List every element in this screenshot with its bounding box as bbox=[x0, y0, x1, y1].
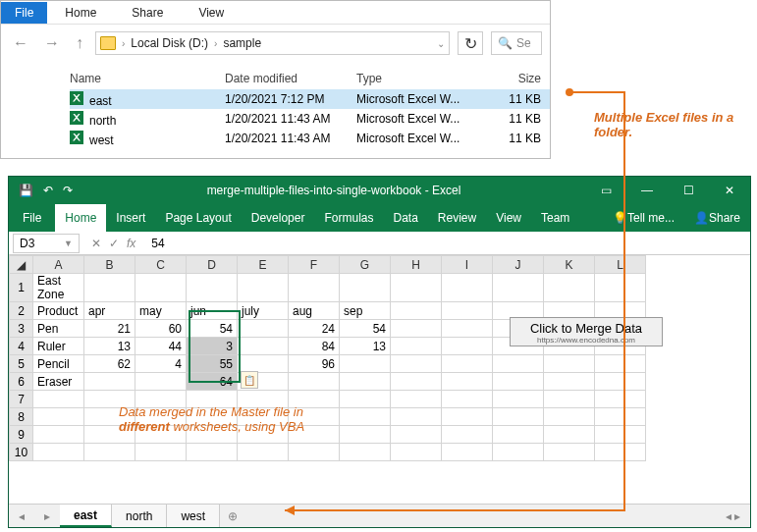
cell[interactable]: 62 bbox=[84, 355, 135, 373]
sheet-nav-prev-icon[interactable]: ◂ bbox=[9, 509, 34, 523]
paste-options-icon[interactable]: 📋 bbox=[241, 371, 258, 389]
row-header[interactable]: 5 bbox=[10, 355, 33, 373]
cell[interactable] bbox=[238, 338, 289, 355]
tab-view[interactable]: View bbox=[486, 204, 531, 232]
sheet-tab[interactable]: north bbox=[112, 505, 167, 527]
fx-icon[interactable]: fx bbox=[127, 237, 135, 250]
file-row[interactable]: east1/20/2021 7:12 PMMicrosoft Excel W..… bbox=[70, 89, 550, 109]
col-header[interactable]: J bbox=[493, 256, 544, 274]
cell[interactable] bbox=[595, 355, 646, 373]
cell[interactable] bbox=[340, 274, 391, 302]
col-header[interactable]: L bbox=[595, 256, 646, 274]
cell[interactable] bbox=[340, 373, 391, 391]
tell-me[interactable]: 💡 Tell me... bbox=[603, 204, 684, 232]
menu-home[interactable]: Home bbox=[47, 2, 114, 24]
cell[interactable] bbox=[544, 355, 595, 373]
cancel-icon[interactable]: ✕ bbox=[91, 237, 101, 250]
cell[interactable] bbox=[340, 391, 391, 408]
cell[interactable] bbox=[340, 408, 391, 426]
cell[interactable] bbox=[391, 391, 442, 408]
cell[interactable] bbox=[391, 302, 442, 320]
sheet-tab[interactable]: west bbox=[167, 505, 220, 527]
cell[interactable] bbox=[493, 373, 544, 391]
cell[interactable]: aug bbox=[289, 302, 340, 320]
cell[interactable]: Ruler bbox=[33, 338, 84, 355]
cell[interactable]: 13 bbox=[84, 338, 135, 355]
cell[interactable]: july bbox=[238, 302, 289, 320]
sheet-tab[interactable]: east bbox=[60, 505, 112, 527]
cell[interactable]: 60 bbox=[135, 320, 187, 338]
col-type[interactable]: Type bbox=[356, 72, 492, 85]
cell[interactable] bbox=[391, 355, 442, 373]
new-sheet-icon[interactable]: ⊕ bbox=[220, 509, 245, 523]
cell[interactable] bbox=[391, 274, 442, 302]
search-box[interactable]: 🔍 Se bbox=[491, 31, 542, 55]
row-header[interactable]: 3 bbox=[10, 320, 33, 338]
cell[interactable]: 96 bbox=[289, 355, 340, 373]
cell[interactable]: 64 bbox=[187, 373, 238, 391]
nav-back-icon[interactable]: ← bbox=[9, 34, 32, 52]
col-name[interactable]: Name bbox=[70, 72, 225, 85]
cell[interactable] bbox=[33, 408, 84, 426]
nav-up-icon[interactable]: ↑ bbox=[72, 34, 87, 52]
cell[interactable] bbox=[84, 373, 135, 391]
col-header[interactable]: C bbox=[135, 256, 187, 274]
cell[interactable] bbox=[289, 274, 340, 302]
cell[interactable] bbox=[84, 274, 135, 302]
menu-view[interactable]: View bbox=[181, 2, 242, 24]
tab-data[interactable]: Data bbox=[383, 204, 427, 232]
cell[interactable]: apr bbox=[84, 302, 135, 320]
cell[interactable] bbox=[544, 444, 595, 461]
select-all-cell[interactable]: ◢ bbox=[10, 256, 33, 274]
cell[interactable] bbox=[442, 274, 493, 302]
cell[interactable] bbox=[544, 373, 595, 391]
cell[interactable] bbox=[544, 408, 595, 426]
share-button[interactable]: 👤 Share bbox=[684, 204, 750, 232]
hscroll-icon[interactable]: ◂ ▸ bbox=[726, 509, 740, 523]
cell[interactable] bbox=[391, 373, 442, 391]
cell[interactable] bbox=[289, 444, 340, 461]
cell[interactable] bbox=[493, 444, 544, 461]
tab-formulas[interactable]: Formulas bbox=[314, 204, 383, 232]
cell[interactable]: 54 bbox=[187, 320, 238, 338]
cell[interactable]: Pen bbox=[33, 320, 84, 338]
formula-value[interactable]: 54 bbox=[143, 237, 172, 250]
refresh-button[interactable]: ↻ bbox=[458, 31, 483, 55]
cell[interactable] bbox=[493, 274, 544, 302]
breadcrumb-folder[interactable]: sample bbox=[223, 36, 261, 50]
cell[interactable] bbox=[595, 391, 646, 408]
col-header[interactable]: K bbox=[544, 256, 595, 274]
cell[interactable] bbox=[493, 355, 544, 373]
file-row[interactable]: west1/20/2021 11:43 AMMicrosoft Excel W.… bbox=[70, 129, 550, 148]
cell[interactable] bbox=[544, 391, 595, 408]
cell[interactable] bbox=[238, 355, 289, 373]
tab-pagelayout[interactable]: Page Layout bbox=[155, 204, 241, 232]
cell[interactable] bbox=[238, 444, 289, 461]
col-size[interactable]: Size bbox=[492, 72, 541, 85]
col-header[interactable]: D bbox=[187, 256, 238, 274]
row-header[interactable]: 9 bbox=[10, 426, 33, 444]
cell[interactable] bbox=[442, 355, 493, 373]
cell[interactable] bbox=[33, 426, 84, 444]
close-icon[interactable]: ✕ bbox=[709, 177, 750, 204]
cell[interactable] bbox=[391, 320, 442, 338]
cell[interactable] bbox=[442, 444, 493, 461]
cell[interactable] bbox=[442, 373, 493, 391]
cell[interactable] bbox=[238, 274, 289, 302]
cell[interactable] bbox=[84, 444, 135, 461]
minimize-icon[interactable]: — bbox=[626, 177, 668, 204]
cell[interactable] bbox=[33, 444, 84, 461]
cell[interactable]: 13 bbox=[340, 338, 391, 355]
cell[interactable] bbox=[340, 355, 391, 373]
save-icon[interactable]: 💾 bbox=[19, 184, 33, 197]
cell[interactable] bbox=[187, 274, 238, 302]
col-header[interactable]: F bbox=[289, 256, 340, 274]
cell[interactable]: 44 bbox=[135, 338, 187, 355]
tab-insert[interactable]: Insert bbox=[106, 204, 155, 232]
col-header[interactable]: E bbox=[238, 256, 289, 274]
cell[interactable] bbox=[595, 274, 646, 302]
cell[interactable] bbox=[135, 373, 187, 391]
row-header[interactable]: 8 bbox=[10, 408, 33, 426]
sheet-nav-next-icon[interactable]: ▸ bbox=[34, 509, 60, 523]
cell[interactable] bbox=[595, 444, 646, 461]
